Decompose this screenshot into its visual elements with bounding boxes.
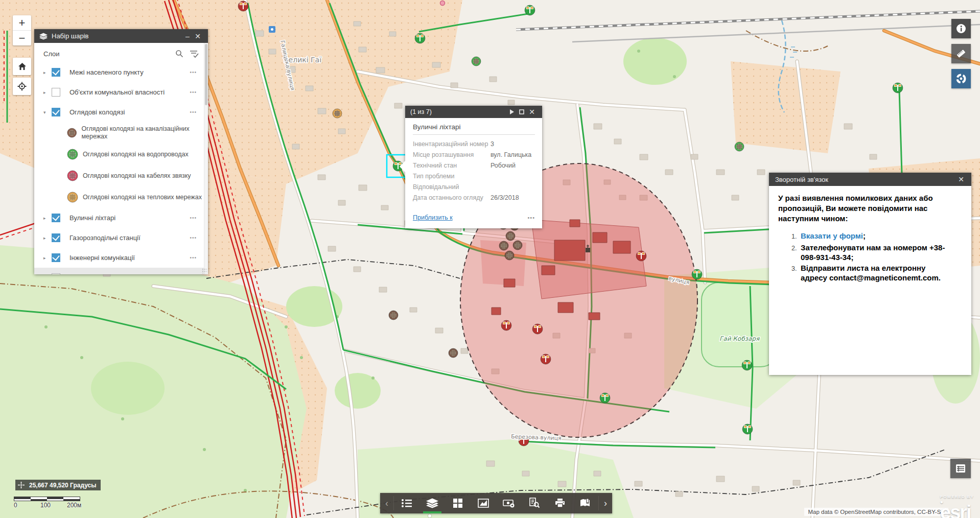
coordinates-readout: 25,667 49,520 Градусы [27,480,101,490]
layer-row-gas-stations[interactable]: ▸ Газорозподільчі станції ••• [34,228,208,248]
info-button[interactable] [951,19,971,38]
locate-icon [17,82,27,91]
scale-bar: 0 100 200м [14,497,80,508]
locate-button[interactable] [13,78,31,95]
popup-header: (1 из 7) ✕ [405,106,542,118]
query-widget-button[interactable] [522,493,547,513]
layer-menu-icon[interactable]: ••• [190,215,197,221]
layer-row-street-lights[interactable]: ▸ Вуличні ліхтарі ••• [34,208,208,228]
layer-checkbox[interactable] [52,88,60,97]
close-popup-icon[interactable]: ✕ [527,108,537,116]
zoom-in-button[interactable]: + [13,15,31,30]
layers-icon [426,498,438,508]
popup-menu-icon[interactable]: ••• [527,215,535,221]
layer-row-manholes[interactable]: ▾ Оглядові колодязі ••• [34,102,208,122]
expand-arrow-icon[interactable]: ▸ [43,90,51,95]
basemap-toggle-button[interactable] [951,69,971,88]
layer-menu-icon[interactable]: ••• [190,255,197,261]
table-icon [955,464,966,473]
search-icon[interactable] [175,50,183,58]
chart-icon [478,498,489,508]
layer-label: Вуличні ліхтарі [69,214,208,222]
feedback-form-link[interactable]: Вказати у формі [801,231,863,240]
map-attribution: Map data © OpenStreetMap contributors, C… [804,508,948,516]
next-feature-icon[interactable] [506,108,517,116]
query-search-icon [529,498,540,509]
popup-field-row: Технічний станРобочий [413,160,535,171]
circular-arrows-icon [955,73,967,85]
toolbar-scroll-left-icon[interactable]: ‹ [380,493,393,513]
expand-arrow-icon[interactable]: ▸ [43,255,51,261]
minimize-panel-button[interactable]: – [182,32,193,40]
layer-checkbox[interactable] [52,253,60,262]
collapse-arrow-icon[interactable]: ▾ [43,110,51,115]
manhole-sewer-icon [66,127,77,139]
payments-widget-button[interactable] [496,493,522,513]
layer-menu-icon[interactable]: ••• [190,109,197,115]
map-label-park: Гай Кобзаря [719,335,760,342]
basemap-gallery-widget-button[interactable] [445,493,471,513]
panel-scrollbar[interactable] [204,43,208,274]
feedback-list-item: 3. Відправити листа на електронну адресу… [778,263,962,282]
widget-toolbar: ‹ [380,493,612,513]
measure-ruler-icon [955,48,967,60]
expand-arrow-icon[interactable]: ▸ [43,236,51,241]
layer-checkbox[interactable] [52,108,60,116]
expand-arrow-icon[interactable]: ▸ [43,70,51,75]
feedback-panel: Зворотній зв'язок ✕ У разі виявлення пом… [769,173,971,375]
popup-field-row: Тип проблеми [413,171,535,181]
popup-anchor-beak [400,161,405,172]
layer-row-engineering-communications[interactable]: ▸ Інженерні комунікації ••• [34,248,208,268]
zoom-control: + − [13,15,31,45]
print-widget-button[interactable] [547,493,573,513]
toolbar-page-indicator[interactable] [428,514,431,517]
print-icon [554,498,566,508]
layer-checkbox[interactable] [52,273,60,274]
zoom-out-button[interactable]: − [13,30,31,45]
layer-row-communal-property[interactable]: ▸ Об'єкти комунальної власності ••• [34,82,208,102]
layer-list-header: Набір шарів – ✕ [34,29,208,43]
legend-label: Оглядові колодязі на кабелях звязку [83,172,191,180]
layer-row-industrial-enterprises[interactable]: ▸ Промислові підприємства ••• [34,268,208,274]
scale-label-100: 100 [40,502,51,509]
gis-application: Великі Гаї Галицька вулиця Березова вули… [0,0,980,518]
manhole-cable-icon [66,170,79,182]
popup-field-row: Відповідальний [413,181,535,192]
layer-label: Інженерні комунікації [69,254,208,262]
maximize-popup-icon[interactable] [517,108,527,116]
attribute-table-button[interactable] [950,459,971,478]
scale-label-200: 200м [67,502,81,509]
layer-checkbox[interactable] [52,68,60,77]
close-panel-button[interactable]: ✕ [193,32,203,40]
layer-checkbox[interactable] [52,214,60,222]
feature-popup: (1 из 7) ✕ Вуличні ліхтарі Інвентаризаці… [405,106,542,228]
legend-icon [401,498,412,508]
feedback-title: Зворотній зв'язок [775,176,956,183]
home-button[interactable] [13,58,31,75]
layer-menu-icon[interactable]: ••• [190,89,197,95]
legend-item-sewer-manholes: Оглядові колодязі на каналізаційних мере… [34,122,208,144]
esri-logo: POWERED BY ● esri [940,495,978,518]
filter-options-icon[interactable] [190,50,199,58]
layer-row-settlement-borders[interactable]: ▸ Межі населеного пункту ••• [34,62,208,82]
popup-field-row: Дата останнього огляду26/3/2018 [413,192,535,203]
toolbar-scroll-right-icon[interactable]: › [599,493,612,513]
measure-button[interactable] [951,44,971,63]
layer-list-widget-button[interactable] [419,493,445,513]
bookmark-widget-button[interactable] [573,493,598,513]
crosshair-icon[interactable] [15,480,27,490]
basemap-gallery-icon [453,498,463,508]
panel-resize-handle[interactable] [202,268,207,273]
popup-field-row: Інвентаризаційний номер3 [413,138,535,149]
legend-widget-button[interactable] [394,493,419,513]
chart-widget-button[interactable] [471,493,496,513]
layers-subtitle: Слои [43,50,175,58]
legend-item-heat-manholes: Оглядові колодязі на теплових мережах [34,186,208,208]
close-feedback-icon[interactable]: ✕ [956,175,966,183]
layer-menu-icon[interactable]: ••• [190,69,197,75]
layer-menu-icon[interactable]: ••• [190,235,197,241]
zoom-to-link[interactable]: Приблизить к [413,214,527,221]
layer-checkbox[interactable] [52,233,60,242]
expand-arrow-icon[interactable]: ▸ [43,216,51,221]
popup-title: Вуличні ліхтарі [413,123,535,135]
